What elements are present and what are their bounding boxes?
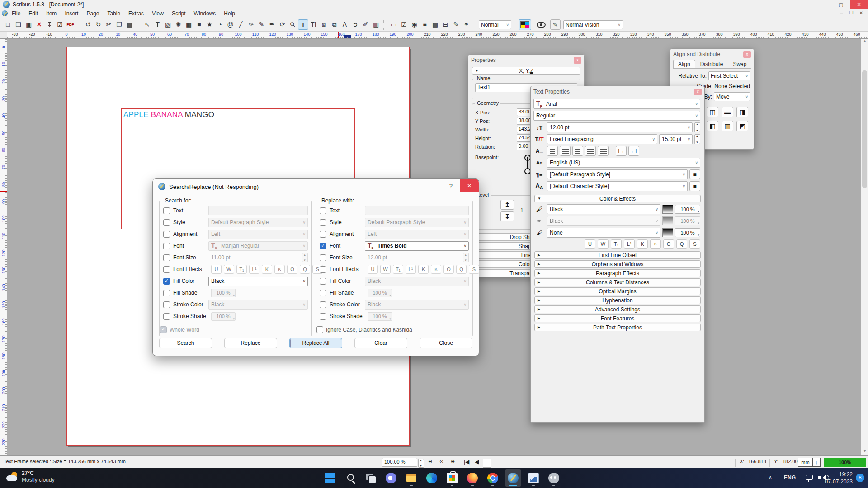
select-tool-icon[interactable]: ↖	[142, 19, 152, 30]
align-button-3[interactable]: ◨	[736, 107, 748, 117]
menu-item[interactable]: Item	[42, 9, 61, 18]
properties-panel-titlebar[interactable]: Properties x	[468, 55, 584, 66]
chat-button[interactable]	[383, 469, 399, 487]
insert-image-frame-icon[interactable]: ▧	[163, 19, 173, 30]
scroll-down-arrow[interactable]: ▼	[861, 449, 868, 455]
menu-edit[interactable]: Edit	[24, 9, 42, 18]
search-text-input[interactable]	[208, 206, 308, 215]
shadow-effect-button[interactable]: S	[689, 239, 700, 249]
linespacing-value-input[interactable]: 15.00 pt	[659, 134, 693, 144]
pdf-list-box-icon[interactable]: ▤	[430, 19, 440, 30]
language-indicator[interactable]: ENG	[784, 474, 796, 481]
small-caps-effect-button[interactable]: K	[650, 239, 661, 249]
font-family-select[interactable]: Arial	[533, 99, 700, 109]
open-document-icon[interactable]: ❏	[13, 19, 24, 30]
copy-item-properties-icon[interactable]: ➲	[350, 19, 360, 30]
search-style-checkbox[interactable]	[163, 219, 170, 226]
pdf-combo-box-icon[interactable]: ⊟	[440, 19, 451, 30]
ruler-origin-box[interactable]	[0, 32, 7, 39]
section-font-features[interactable]: Font Features	[534, 314, 701, 322]
section-hyphenation[interactable]: Hyphenation	[534, 296, 701, 304]
menu-page[interactable]: Page	[82, 9, 103, 18]
menu-extras[interactable]: Extras	[124, 9, 148, 18]
dialog-titlebar[interactable]: Search/Replace (Not Responding)	[153, 179, 479, 194]
pdf-text-annotation-icon[interactable]: ✎	[451, 19, 461, 30]
replace-all-button[interactable]: Replace All	[289, 338, 342, 348]
tab-align[interactable]: Align	[673, 60, 695, 68]
remove-character-style-trash-icon[interactable]: ■	[689, 181, 700, 191]
section-paragraph-effects[interactable]: Paragraph Effects	[534, 269, 701, 277]
section-color-effects[interactable]: Color & Effects	[534, 195, 701, 202]
task-manager-button[interactable]	[525, 469, 542, 487]
replace-alignment-checkbox[interactable]	[320, 231, 326, 238]
replace-stroke-color-checkbox[interactable]	[320, 301, 326, 308]
link-text-frames-icon[interactable]: ⧈	[319, 19, 329, 30]
mdi-close-button[interactable]: ✕	[856, 9, 866, 17]
mdi-restore-button[interactable]: ❐	[846, 9, 856, 17]
insert-bezier-icon[interactable]: ✑	[246, 19, 256, 30]
preview-mode-eye-icon[interactable]	[537, 22, 546, 28]
firefox-button[interactable]	[464, 469, 481, 487]
search-font-checkbox[interactable]	[163, 243, 170, 249]
pdf-text-field-icon[interactable]: ≡	[420, 19, 430, 30]
replace-font-size-checkbox[interactable]	[320, 254, 326, 261]
help-button[interactable]: ?	[449, 183, 453, 189]
font-size-spinner[interactable]	[694, 122, 700, 132]
scrollbar-thumb[interactable]	[862, 70, 867, 188]
underline-effect-button[interactable]: U	[585, 239, 595, 249]
close-icon[interactable]: x	[743, 51, 751, 58]
search-text-checkbox[interactable]	[163, 207, 170, 214]
replace-font-checkbox[interactable]	[320, 243, 326, 249]
fill-shade-value[interactable]: 100 %	[675, 205, 700, 214]
zoom-out-icon[interactable]: ⊖	[428, 459, 432, 465]
replace-text-input[interactable]	[365, 206, 469, 215]
zoom-level-input[interactable]: 100.00 %	[382, 458, 417, 467]
gimp-button[interactable]	[546, 469, 562, 487]
maximize-button[interactable]: ▢	[832, 0, 850, 9]
background-shade-swatch[interactable]	[662, 228, 673, 237]
insert-shape-icon[interactable]: ■	[194, 19, 204, 30]
replace-button[interactable]: Replace	[224, 338, 277, 348]
replace-font-effects-checkbox[interactable]	[320, 266, 326, 273]
network-icon[interactable]	[806, 475, 813, 480]
insert-calligraphic-line-icon[interactable]: ✒	[267, 19, 277, 30]
all-caps-effect-button[interactable]: K	[637, 239, 648, 249]
edge-button[interactable]	[424, 469, 440, 487]
store-button[interactable]	[444, 469, 460, 487]
menu-file[interactable]: File	[8, 9, 24, 18]
search-stroke-shade-checkbox[interactable]	[163, 313, 170, 320]
insert-line-icon[interactable]: ╱	[236, 19, 246, 30]
superscript-effect-button[interactable]: L¹	[624, 239, 635, 249]
menu-help[interactable]: Help	[220, 9, 239, 18]
pdf-checkbox-icon[interactable]: ☑	[399, 19, 409, 30]
search-font-size-checkbox[interactable]	[163, 254, 170, 261]
story-editor-icon[interactable]: TI	[308, 19, 319, 30]
clear-button[interactable]: Clear	[354, 338, 407, 348]
pdf-push-button-icon[interactable]: ▭	[388, 19, 399, 30]
section-first-line-offset[interactable]: First Line Offset	[534, 251, 701, 259]
ruler-tab-marker[interactable]	[344, 35, 351, 38]
scroll-up-arrow[interactable]: ▲	[861, 39, 868, 45]
direction-rtl-button[interactable]: ←I	[628, 146, 639, 156]
unlink-text-frames-icon[interactable]: ⧉	[329, 19, 340, 30]
insert-render-frame-icon[interactable]: ✺	[173, 19, 184, 30]
text-stroke-color-select[interactable]: Black	[547, 216, 660, 226]
search-fill-color-checkbox[interactable]	[163, 278, 170, 285]
zoom-in-icon[interactable]: ⊕	[451, 459, 455, 465]
mdi-minimize-button[interactable]: ─	[836, 9, 846, 17]
character-style-select[interactable]: [Default Character Style]	[547, 181, 688, 191]
replace-fill-color-checkbox[interactable]	[320, 278, 326, 285]
replace-text-checkbox[interactable]	[320, 207, 326, 214]
export-icon[interactable]: ↧	[44, 19, 55, 30]
font-style-select[interactable]: Regular	[533, 111, 700, 121]
first-page-icon[interactable]: |◀	[464, 459, 469, 465]
relative-to-select[interactable]: First Select	[708, 71, 750, 80]
measurements-icon[interactable]: Ʌ	[340, 19, 350, 30]
section-optical-margins[interactable]: Optical Margins	[534, 287, 701, 295]
tab-swap[interactable]: Swap	[728, 60, 751, 68]
close-document-icon[interactable]: ✕	[34, 19, 44, 30]
preview-quality-select[interactable]: Normal	[479, 20, 511, 29]
background-shade-value[interactable]: 100 %	[675, 228, 700, 237]
close-button[interactable]: ✕	[850, 0, 868, 9]
insert-freehand-line-icon[interactable]: ✎	[256, 19, 267, 30]
